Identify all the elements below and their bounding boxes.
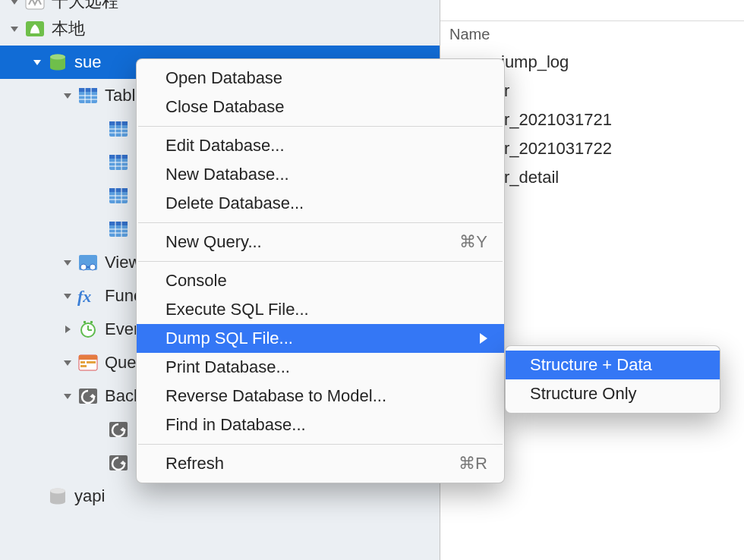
- menu-print-database[interactable]: Print Database...: [137, 353, 504, 382]
- table-icon: [77, 87, 99, 105]
- remote-connection-row[interactable]: 十大远程: [0, 0, 440, 12]
- database-label: yapi: [74, 486, 105, 506]
- view-icon: [77, 253, 99, 272]
- menu-separator: [138, 261, 503, 262]
- item-name: jump_log: [501, 52, 569, 72]
- svg-rect-46: [87, 361, 96, 363]
- chevron-down-icon: [9, 0, 20, 7]
- svg-point-35: [80, 264, 87, 270]
- chevron-right-icon: [62, 324, 73, 335]
- menu-new-query[interactable]: New Query...⌘Y: [137, 228, 504, 256]
- menu-console[interactable]: Console: [137, 266, 504, 295]
- chevron-down-icon: [9, 24, 20, 34]
- svg-rect-5: [79, 88, 97, 92]
- toolbar: [440, 0, 744, 21]
- database-inactive-icon: [47, 487, 68, 505]
- menu-dump-sql-file[interactable]: Dump SQL File...: [137, 324, 504, 353]
- menu-edit-database[interactable]: Edit Database...: [137, 131, 504, 160]
- table-icon: [108, 153, 129, 171]
- menu-find-in-database[interactable]: Find in Database...: [137, 411, 504, 439]
- database-label: sue: [74, 52, 101, 72]
- chevron-down-icon: [62, 257, 73, 268]
- shortcut-label: ⌘R: [459, 454, 487, 473]
- svg-point-36: [90, 264, 96, 270]
- chevron-down-icon: [62, 357, 73, 368]
- table-icon: [108, 120, 129, 138]
- chevron-down-icon: [32, 57, 43, 68]
- dump-sql-submenu: Structure + Data Structure Only: [505, 345, 720, 414]
- menu-close-database[interactable]: Close Database: [137, 93, 504, 121]
- backup-icon: [108, 454, 129, 472]
- connection-icon: [24, 0, 46, 11]
- svg-rect-47: [80, 365, 87, 367]
- submenu-structure-only[interactable]: Structure Only: [506, 379, 720, 408]
- svg-point-52: [50, 489, 65, 494]
- menu-delete-database[interactable]: Delete Database...: [137, 189, 504, 218]
- database-row-yapi[interactable]: yapi: [0, 480, 440, 513]
- svg-rect-23: [109, 188, 128, 192]
- table-icon: [108, 187, 129, 205]
- connection-active-icon: [24, 20, 46, 38]
- chevron-down-icon: [62, 391, 73, 401]
- submenu-structure-data[interactable]: Structure + Data: [506, 351, 720, 379]
- chevron-down-icon: [62, 90, 73, 101]
- local-label: 本地: [52, 17, 85, 40]
- database-context-menu: Open Database Close Database Edit Databa…: [136, 58, 505, 483]
- clock-icon: [77, 320, 99, 338]
- backup-icon: [108, 420, 129, 439]
- menu-separator: [138, 126, 503, 127]
- local-connection-row[interactable]: 本地: [0, 12, 440, 46]
- function-icon: fx: [77, 287, 99, 305]
- svg-rect-42: [90, 321, 93, 323]
- backup-icon: [77, 387, 99, 405]
- chevron-down-icon: [62, 291, 73, 301]
- remote-label: 十大远程: [52, 0, 118, 13]
- menu-separator: [138, 222, 503, 223]
- chevron-right-icon: [480, 333, 487, 344]
- svg-rect-44: [79, 355, 97, 360]
- svg-rect-11: [109, 121, 128, 125]
- shortcut-label: ⌘Y: [459, 232, 487, 252]
- svg-rect-29: [109, 222, 128, 225]
- menu-new-database[interactable]: New Database...: [137, 160, 504, 189]
- table-icon: [108, 220, 129, 238]
- menu-separator: [138, 444, 503, 445]
- menu-refresh[interactable]: Refresh⌘R: [137, 449, 504, 478]
- svg-rect-17: [109, 155, 128, 159]
- svg-rect-41: [84, 321, 86, 323]
- svg-rect-45: [80, 361, 85, 363]
- menu-reverse-database[interactable]: Reverse Database to Model...: [137, 382, 504, 411]
- menu-execute-sql-file[interactable]: Execute SQL File...: [137, 295, 504, 324]
- menu-open-database[interactable]: Open Database: [137, 64, 504, 93]
- query-icon: [77, 354, 99, 372]
- svg-point-3: [50, 55, 65, 60]
- name-column-header[interactable]: Name: [440, 21, 744, 48]
- database-icon: [47, 53, 68, 71]
